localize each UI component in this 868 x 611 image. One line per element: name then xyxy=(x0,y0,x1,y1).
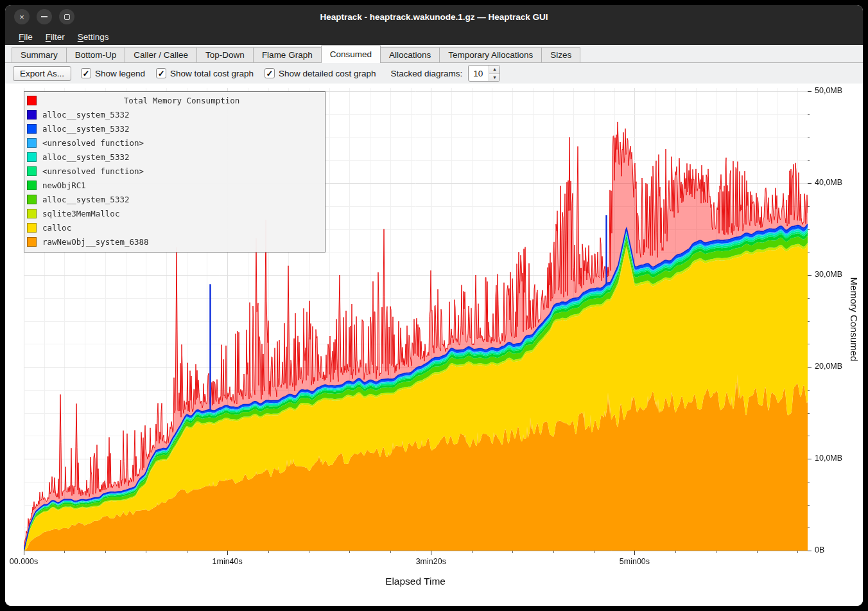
close-button[interactable]: × xyxy=(14,9,30,24)
legend-label: alloc__system_5332 xyxy=(42,195,129,204)
legend-swatch xyxy=(27,166,37,176)
legend-label: alloc__system_5332 xyxy=(42,124,129,134)
y-tick-label: 10,0MB xyxy=(815,454,842,463)
legend-swatch xyxy=(27,195,37,204)
x-axis-title: Elapsed Time xyxy=(385,576,446,587)
window-controls: × xyxy=(14,5,74,28)
spinbox-value[interactable]: 10 xyxy=(469,66,489,81)
tab-allocations[interactable]: Allocations xyxy=(380,47,440,62)
tab-top-down[interactable]: Top-Down xyxy=(196,47,254,62)
tab-summary[interactable]: Summary xyxy=(12,47,67,62)
toolbar-checkboxes: ✓Show legend✓Show total cost graph✓Show … xyxy=(81,68,376,78)
tab-temporary-allocations[interactable]: Temporary Allocations xyxy=(439,47,542,62)
minimize-icon xyxy=(41,16,48,17)
x-tick-label: 1min40s xyxy=(213,557,243,566)
legend-swatch xyxy=(27,152,37,162)
legend-item: alloc__system_5332 xyxy=(27,150,321,164)
chart-legend: Total Memory Consumptionalloc__system_53… xyxy=(24,91,326,252)
legend-item: <unresolved function> xyxy=(27,164,321,178)
checkbox-label: Show detailed cost graph xyxy=(279,69,376,78)
tab-caller-callee[interactable]: Caller / Callee xyxy=(125,47,197,62)
legend-label: sqlite3MemMalloc xyxy=(42,209,119,218)
x-tick-label: 00.000s xyxy=(10,557,38,566)
legend-item: alloc__system_5332 xyxy=(27,121,321,136)
legend-swatch xyxy=(27,124,37,134)
toolbar: Export As... ✓Show legend✓Show total cos… xyxy=(5,63,863,84)
tab-flame-graph[interactable]: Flame Graph xyxy=(253,47,322,62)
maximize-button[interactable] xyxy=(59,9,74,24)
close-icon: × xyxy=(19,13,24,21)
legend-item: alloc__system_5332 xyxy=(27,107,321,121)
legend-item: sqlite3MemMalloc xyxy=(27,206,321,220)
spin-down-button[interactable]: ▼ xyxy=(489,73,499,82)
legend-swatch xyxy=(27,110,37,120)
legend-label: calloc xyxy=(42,223,71,233)
legend-item: <unresolved function> xyxy=(27,136,321,150)
y-tick-label: 0B xyxy=(815,545,824,554)
minimize-button[interactable] xyxy=(37,9,52,24)
checkbox-show-legend[interactable]: ✓Show legend xyxy=(81,68,145,78)
checkbox-show-total-cost-graph[interactable]: ✓Show total cost graph xyxy=(156,68,254,78)
legend-swatch xyxy=(27,138,37,148)
menu-file[interactable]: File xyxy=(13,30,39,44)
titlebar[interactable]: × Heaptrack - heaptrack.wakunode.1.gz — … xyxy=(5,5,863,28)
legend-label: alloc__system_5332 xyxy=(42,152,129,162)
spinbox-arrows: ▲ ▼ xyxy=(489,66,499,81)
x-tick-label: 5min00s xyxy=(620,557,650,566)
legend-swatch xyxy=(27,237,37,247)
legend-label: rawNewObj__system_6388 xyxy=(42,237,149,247)
legend-swatch xyxy=(27,181,37,190)
legend-swatch xyxy=(27,96,37,105)
checkbox-show-detailed-cost-graph[interactable]: ✓Show detailed cost graph xyxy=(265,68,376,78)
tab-bottom-up[interactable]: Bottom-Up xyxy=(66,47,126,62)
heaptrack-window: × Heaptrack - heaptrack.wakunode.1.gz — … xyxy=(5,5,863,606)
checkbox-box: ✓ xyxy=(156,68,166,78)
legend-swatch xyxy=(27,209,37,218)
tab-sizes[interactable]: Sizes xyxy=(541,47,580,62)
legend-item: newObjRC1 xyxy=(27,178,321,192)
checkbox-box: ✓ xyxy=(265,68,275,78)
legend-item: rawNewObj__system_6388 xyxy=(27,235,321,249)
legend-label: newObjRC1 xyxy=(42,181,86,190)
stacked-diagrams-spinbox[interactable]: 10 ▲ ▼ xyxy=(468,65,500,82)
legend-label: <unresolved function> xyxy=(42,166,144,176)
maximize-icon xyxy=(64,14,70,20)
checkbox-box: ✓ xyxy=(81,68,91,78)
tab-consumed[interactable]: Consumed xyxy=(321,45,381,63)
legend-item: calloc xyxy=(27,220,321,235)
legend-swatch xyxy=(27,223,37,233)
y-tick-label: 30,0MB xyxy=(815,270,842,279)
menubar: FileFilterSettings xyxy=(5,28,863,45)
x-tick-label: 3min20s xyxy=(416,557,446,566)
legend-item: alloc__system_5332 xyxy=(27,192,321,206)
legend-label: <unresolved function> xyxy=(42,138,144,148)
spin-up-button[interactable]: ▲ xyxy=(489,66,499,73)
y-tick-label: 50,0MB xyxy=(815,86,842,95)
legend-title-row: Total Memory Consumption xyxy=(27,93,321,107)
checkbox-label: Show total cost graph xyxy=(170,69,254,78)
legend-label: alloc__system_5332 xyxy=(42,110,129,120)
window-title: Heaptrack - heaptrack.wakunode.1.gz — He… xyxy=(5,12,863,22)
menu-settings[interactable]: Settings xyxy=(72,30,115,44)
checkbox-label: Show legend xyxy=(95,69,145,78)
stacked-diagrams-label: Stacked diagrams: xyxy=(391,69,463,78)
menu-filter[interactable]: Filter xyxy=(40,30,71,44)
y-tick-label: 40,0MB xyxy=(815,178,842,187)
desktop-background: × Heaptrack - heaptrack.wakunode.1.gz — … xyxy=(0,0,868,611)
y-tick-label: 20,0MB xyxy=(815,362,842,371)
export-as-button[interactable]: Export As... xyxy=(13,66,71,81)
y-axis-title: Memory Consumed xyxy=(849,278,860,362)
chart-area: Total Memory Consumptionalloc__system_53… xyxy=(5,84,863,606)
tab-bar: SummaryBottom-UpCaller / CalleeTop-DownF… xyxy=(5,45,863,63)
legend-label: Total Memory Consumption xyxy=(42,96,321,105)
